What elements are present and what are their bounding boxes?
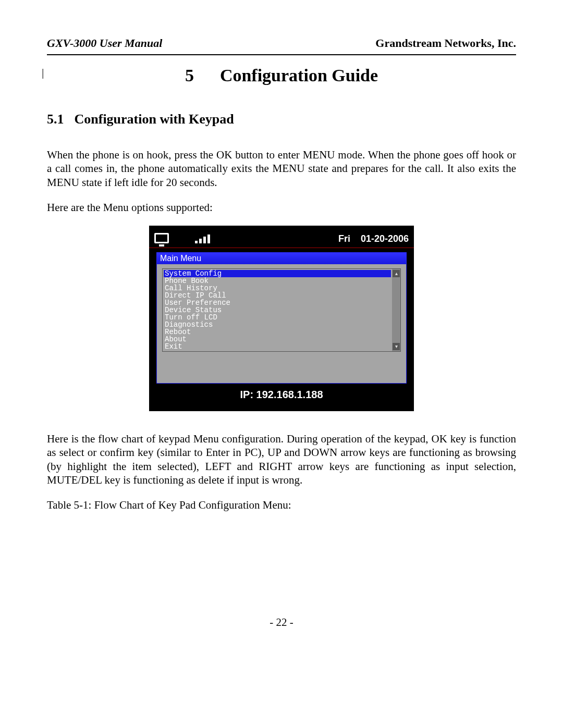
menu-item[interactable]: Turn off LCD [164, 314, 391, 321]
menu-list[interactable]: System ConfigPhone BookCall HistoryDirec… [163, 269, 392, 351]
phone-ip-label: IP: 192.168.1.188 [149, 389, 414, 401]
menu-item[interactable]: About [164, 336, 391, 343]
status-date: 01-20-2006 [361, 233, 409, 244]
menu-window: Main Menu System ConfigPhone BookCall Hi… [156, 252, 407, 384]
menu-title: Main Menu [157, 253, 406, 264]
section-number: 5.1 [47, 112, 64, 127]
scroll-down-icon[interactable]: ▾ [393, 343, 400, 350]
menu-item[interactable]: Reboot [164, 328, 391, 336]
section-title: 5.1Configuration with Keypad [47, 112, 516, 127]
chapter-number: 5 [185, 66, 194, 85]
menu-item[interactable]: Phone Book [164, 277, 391, 285]
header-left: GXV-3000 User Manual [47, 36, 162, 50]
signal-icon [195, 234, 211, 243]
paragraph-flowchart: Here is the flow chart of keypad Menu co… [47, 432, 516, 487]
table-caption: Table 5-1: Flow Chart of Key Pad Configu… [47, 498, 516, 512]
section-name: Configuration with Keypad [75, 112, 234, 127]
menu-item[interactable]: User Preference [164, 299, 391, 306]
menu-item[interactable]: Call History [164, 285, 391, 292]
edit-cursor-icon: | [42, 66, 44, 79]
header-rule [47, 54, 516, 55]
header-right: Grandstream Networks, Inc. [375, 36, 516, 50]
chapter-title: 5Configuration Guide [47, 66, 516, 85]
paragraph-intro-2: Here are the Menu options supported: [47, 201, 516, 214]
menu-item[interactable]: System Config [164, 270, 391, 277]
status-day: Fri [338, 233, 350, 244]
menu-item[interactable]: Device Status [164, 306, 391, 314]
chapter-name: Configuration Guide [220, 66, 378, 85]
monitor-icon [154, 233, 169, 244]
page-header: GXV-3000 User Manual Grandstream Network… [47, 36, 516, 53]
page-number: - 22 - [47, 616, 516, 629]
phone-screen: Fri 01-20-2006 Main Menu System ConfigPh… [149, 226, 414, 411]
menu-item[interactable]: Direct IP Call [164, 292, 391, 299]
menu-item[interactable]: Exit [164, 343, 391, 350]
scroll-up-icon[interactable]: ▴ [393, 270, 400, 277]
paragraph-intro-1: When the phone is on hook, press the OK … [47, 148, 516, 189]
scrollbar[interactable]: ▴ ▾ [392, 269, 400, 351]
menu-item[interactable]: Diagnostics [164, 321, 391, 328]
phone-status-bar: Fri 01-20-2006 [149, 233, 414, 248]
